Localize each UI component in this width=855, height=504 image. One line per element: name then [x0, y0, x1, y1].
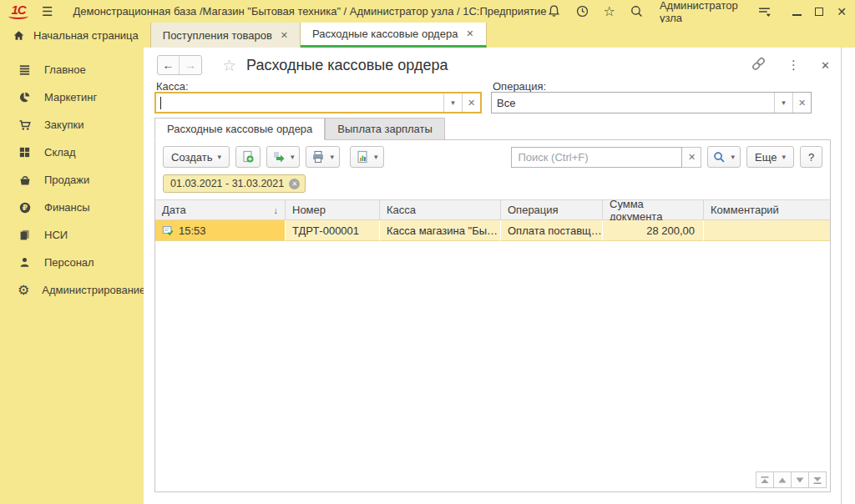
- svg-text:₽: ₽: [22, 204, 27, 212]
- create-button[interactable]: Создать▾: [163, 146, 230, 168]
- kassa-clear-icon[interactable]: ✕: [462, 93, 480, 112]
- notifications-bell-icon[interactable]: [547, 4, 561, 18]
- period-filter-chip[interactable]: 01.03.2021 - 31.03.2021 ✕: [163, 174, 306, 193]
- table-row[interactable]: 15:53 ТДРТ-000001 Касса магазина "Бы… Оп…: [155, 220, 830, 241]
- grid-icon: [18, 145, 32, 159]
- tab-rashodnye-ordera-list[interactable]: Расходные кассовые ордера: [154, 118, 325, 140]
- column-operation[interactable]: Операция: [501, 199, 603, 220]
- tab-vyplata-zarplaty[interactable]: Выплата зарплаты: [325, 118, 445, 140]
- kassa-dropdown-icon[interactable]: ▾: [443, 93, 462, 112]
- operation-input[interactable]: [492, 93, 774, 113]
- favorites-star-icon[interactable]: ☆: [604, 4, 615, 18]
- go-first-icon[interactable]: [756, 471, 774, 488]
- posted-document-icon: [162, 224, 174, 236]
- sidebar-item-finansy[interactable]: ₽ Финансы: [0, 194, 144, 221]
- tab-home-page[interactable]: Начальная страница: [0, 23, 151, 48]
- back-button[interactable]: ←: [158, 56, 180, 74]
- cell-operation[interactable]: Оплата поставщ…: [501, 220, 603, 241]
- kassa-label: Касса:: [156, 80, 189, 93]
- main-content: ← → ☆ Расходные кассовые ордера ⋮ ✕ Касс…: [144, 48, 855, 504]
- sidebar-item-marketing[interactable]: Маркетинг: [0, 83, 144, 111]
- operation-clear-icon[interactable]: ✕: [792, 93, 811, 113]
- chip-close-icon[interactable]: ✕: [289, 179, 300, 189]
- app-title: Демонстрационная база /Магазин "Бытовая …: [73, 5, 546, 18]
- go-next-icon[interactable]: [791, 471, 809, 488]
- cell-number[interactable]: ТДРТ-000001: [286, 220, 380, 241]
- report-chart-icon: [356, 150, 369, 164]
- search-input[interactable]: [511, 147, 682, 168]
- sidebar-item-nsi[interactable]: НСИ: [0, 221, 144, 249]
- more-button[interactable]: Еще▾: [746, 146, 794, 168]
- titlebar: 1С ☰ Демонстрационная база /Магазин "Быт…: [0, 0, 855, 23]
- sidebar-item-prodazhi[interactable]: Продажи: [0, 166, 144, 194]
- tab-label: Расходные кассовые ордера: [312, 28, 458, 40]
- operation-dropdown-icon[interactable]: ▾: [774, 93, 792, 113]
- help-button[interactable]: ?: [800, 146, 822, 168]
- add-favorite-star-icon[interactable]: ☆: [222, 56, 236, 75]
- history-nav: ← →: [157, 55, 202, 75]
- logo-swoosh: [8, 15, 28, 19]
- create-based-on-button[interactable]: ▾: [266, 146, 301, 168]
- documents-table: Дата ↓ Номер Касса Операция Сумма докуме…: [155, 199, 830, 241]
- tab-label: Начальная страница: [33, 29, 139, 42]
- create-group-button[interactable]: [235, 146, 261, 168]
- 1c-logo[interactable]: 1С: [8, 4, 28, 19]
- tab-close-icon[interactable]: ✕: [281, 30, 288, 41]
- cell-kassa[interactable]: Касса магазина "Бы…: [380, 220, 501, 241]
- cell-amount[interactable]: 28 200,00: [603, 220, 704, 241]
- get-link-icon[interactable]: [751, 56, 766, 75]
- tab-rashodnye-kassovye-ordera[interactable]: Расходные кассовые ордера ✕: [301, 23, 487, 48]
- sidebar-item-zakupki[interactable]: Закупки: [0, 111, 144, 139]
- more-menu-icon[interactable]: ⋮: [787, 58, 800, 73]
- green-arrow-icon: [272, 150, 286, 164]
- column-amount[interactable]: Сумма документа: [603, 199, 704, 220]
- dropdown-icon: ▾: [731, 153, 735, 161]
- ruble-icon: ₽: [18, 200, 32, 214]
- operation-label: Операция:: [493, 80, 546, 93]
- history-icon[interactable]: [575, 4, 589, 18]
- page-title: Расходные кассовые ордера: [246, 57, 448, 74]
- tab-postupleniya-tovarov[interactable]: Поступления товаров ✕: [151, 23, 301, 48]
- form-header-actions: ⋮ ✕: [751, 56, 830, 75]
- tab-close-icon[interactable]: ✕: [466, 28, 473, 39]
- reports-button[interactable]: ▾: [350, 146, 384, 168]
- print-button[interactable]: ▾: [306, 146, 340, 168]
- sidebar-item-administrirovanie[interactable]: ⚙ Администрирование: [0, 276, 144, 304]
- current-user[interactable]: Администратор узла: [660, 0, 741, 24]
- search-icon[interactable]: [630, 4, 644, 18]
- cart-icon: [18, 118, 32, 132]
- sidebar-item-personal[interactable]: Персонал: [0, 249, 144, 276]
- operation-field[interactable]: ▾ ✕: [491, 92, 812, 113]
- printer-icon: [311, 150, 325, 164]
- main-menu-icon[interactable]: ☰: [42, 4, 53, 19]
- list-tabs: Расходные кассовые ордера Выплата зарпла…: [154, 118, 445, 140]
- advanced-search-button[interactable]: ▾: [707, 146, 741, 168]
- minimize-button[interactable]: [792, 14, 802, 16]
- go-last-icon[interactable]: [808, 471, 827, 488]
- service-menu-icon[interactable]: [757, 4, 772, 18]
- column-comment[interactable]: Комментарий: [704, 199, 830, 220]
- sidebar: Главное Маркетинг Закупки Склад Продажи: [0, 48, 144, 504]
- sidebar-item-sklad[interactable]: Склад: [0, 139, 144, 166]
- column-kassa[interactable]: Касса: [380, 199, 501, 220]
- maximize-button[interactable]: [815, 8, 823, 16]
- pie-chart-icon: [18, 90, 32, 104]
- column-date[interactable]: Дата ↓: [155, 199, 286, 220]
- column-number[interactable]: Номер: [286, 199, 380, 220]
- search-group: ✕ ▾ Еще▾ ?: [511, 146, 822, 168]
- kassa-input[interactable]: [161, 93, 443, 112]
- tab-label: Поступления товаров: [163, 29, 272, 42]
- cell-comment[interactable]: [704, 220, 830, 241]
- kassa-field[interactable]: ▾ ✕: [154, 92, 482, 113]
- tab-bar: Начальная страница Поступления товаров ✕…: [0, 23, 855, 48]
- titlebar-right: ☆ Администратор узла ✕: [547, 0, 847, 24]
- search-clear-icon[interactable]: ✕: [682, 147, 701, 168]
- cell-date[interactable]: 15:53: [155, 220, 286, 241]
- go-prev-icon[interactable]: [773, 471, 792, 488]
- menu-lines-icon: [18, 63, 32, 77]
- sidebar-item-glavnoe[interactable]: Главное: [0, 56, 144, 83]
- list-scroll-buttons: [756, 471, 827, 488]
- forward-button[interactable]: →: [180, 56, 201, 74]
- window-close-button[interactable]: ✕: [837, 6, 847, 18]
- form-close-icon[interactable]: ✕: [821, 59, 830, 72]
